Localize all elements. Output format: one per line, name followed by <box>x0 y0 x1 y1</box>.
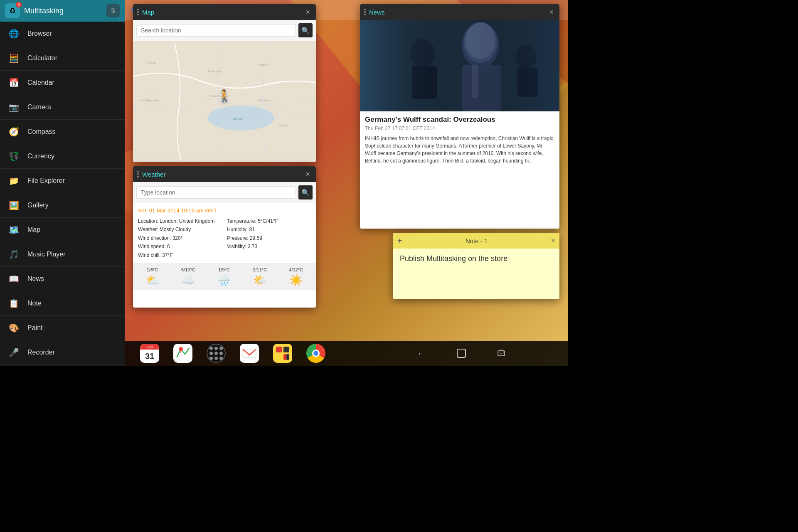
weather-body: Sat, 01 Mar 2014 10:19 am GMT Location: … <box>133 203 316 264</box>
calendar-label: Calendar <box>27 79 54 86</box>
map-window-header: Map × <box>133 4 316 20</box>
forecast-day-1: 5/10°C ☁️ <box>181 267 195 287</box>
calendar-dock-icon: SUN31 <box>140 344 159 363</box>
note-window: + Note - 1 × Publish Multitasking on the… <box>393 233 559 299</box>
sidebar-item-map[interactable]: 🗺️ Map <box>0 218 125 242</box>
weather-search-input[interactable] <box>136 186 296 199</box>
dock-app-all-apps[interactable] <box>200 342 233 365</box>
sidebar-item-paint[interactable]: 🎨 Paint <box>0 316 125 340</box>
forecast-day-4: 4/12°C ☀️ <box>289 267 303 287</box>
svg-text:Bourgogne: Bourgogne <box>208 70 222 73</box>
sidebar: ♻ 9 Multitasking $ 🌐 Browser 🧮 Calculato… <box>0 0 125 366</box>
weather-datetime: Sat, 01 Mar 2014 10:19 am GMT <box>138 207 311 214</box>
dock-app-chrome[interactable] <box>299 342 332 365</box>
news-image <box>360 20 559 111</box>
weather-visibility: Visibility: 3.73 <box>227 242 278 251</box>
svg-rect-35 <box>283 347 289 352</box>
paint-icon: 🎨 <box>7 321 21 335</box>
svg-rect-39 <box>457 349 466 357</box>
svg-text:Monaco: Monaco <box>233 118 243 121</box>
weather-drag-handle[interactable] <box>136 170 140 178</box>
nav-buttons: ← <box>355 346 568 361</box>
news-label: News <box>27 275 44 283</box>
dock-app-gmail[interactable] <box>233 342 266 365</box>
svg-text:Karlnten: Karlnten <box>258 64 268 66</box>
news-title: News <box>369 9 544 16</box>
note-add-button[interactable]: + <box>397 236 402 246</box>
sidebar-item-stopwatch[interactable]: ⏱️ Stopwatch <box>0 365 125 366</box>
sidebar-item-calculator[interactable]: 🧮 Calculator <box>0 46 125 71</box>
calculator-icon: 🧮 <box>7 51 21 65</box>
weather-title: Weather <box>142 171 300 178</box>
sidebar-item-browser[interactable]: 🌐 Browser <box>0 22 125 46</box>
recent-apps-button[interactable] <box>494 346 509 361</box>
sidebar-item-music-player[interactable]: 🎵 Music Player <box>0 242 125 267</box>
map-title: Map <box>142 9 300 16</box>
map-icon: 🗺️ <box>7 223 21 237</box>
weather-forecast: 1/8°C ⛅ 5/10°C ☁️ 1/9°C 🌧️ 2/11°C 🌤️ 4/1… <box>133 264 316 290</box>
note-content[interactable]: Publish Multitasking on the store <box>393 249 559 269</box>
news-drag-handle[interactable] <box>363 8 367 16</box>
calculator-label: Calculator <box>27 54 57 62</box>
map-view[interactable]: France Bourgogne Karlnten Mid-Pyrénées E… <box>133 41 316 162</box>
file-explorer-icon: 📁 <box>7 174 21 188</box>
forecast-icon-4: ☀️ <box>289 274 303 287</box>
music-player-icon: 🎵 <box>7 247 21 261</box>
weather-wind-chill: Wind chill: 37°F <box>138 251 214 259</box>
news-window-header: News × <box>360 4 559 20</box>
forecast-temp-2: 1/9°C <box>218 267 230 272</box>
home-button[interactable] <box>454 346 469 361</box>
sidebar-item-note[interactable]: 📋 Note <box>0 291 125 316</box>
multitasking-icon: ♻ 9 <box>5 3 20 18</box>
weather-search-bar: 🔍 <box>133 182 316 203</box>
sidebar-item-currency[interactable]: 💱 Currency <box>0 144 125 169</box>
recorder-icon: 🎤 <box>7 345 21 360</box>
compass-icon: 🧭 <box>7 125 21 139</box>
camera-label: Camera <box>27 103 51 111</box>
recorder-label: Recorder <box>27 349 55 356</box>
paint-label: Paint <box>27 324 42 332</box>
dock-app-maps[interactable] <box>166 342 200 365</box>
news-headline[interactable]: Germany's Wulff scandal: Overzealous <box>360 111 559 126</box>
currency-label: Currency <box>27 153 54 160</box>
sidebar-item-news[interactable]: 📖 News <box>0 267 125 291</box>
weather-condition: Weather: Mostly Cloudy <box>138 225 214 234</box>
sidebar-item-gallery[interactable]: 🖼️ Gallery <box>0 193 125 218</box>
sidebar-item-camera[interactable]: 📷 Camera <box>0 95 125 120</box>
dock-app-calendar[interactable]: SUN31 <box>133 342 166 365</box>
svg-rect-38 <box>286 354 289 360</box>
forecast-temp-0: 1/8°C <box>147 267 158 272</box>
weather-search-button[interactable]: 🔍 <box>298 185 313 200</box>
map-search-bar: 🔍 <box>133 20 316 41</box>
map-search-button[interactable]: 🔍 <box>298 23 313 37</box>
forecast-icon-2: 🌧️ <box>217 274 231 287</box>
sidebar-item-recorder[interactable]: 🎤 Recorder <box>0 340 125 365</box>
gmail-dock-icon <box>240 344 259 363</box>
weather-wind-dir: Wind direction: 320° <box>138 234 214 242</box>
note-title: Note - 1 <box>406 237 548 244</box>
svg-rect-41 <box>499 350 503 353</box>
note-close-button[interactable]: × <box>551 236 555 245</box>
weather-info: Location: London, United Kingdom Weather… <box>138 217 311 259</box>
file-explorer-label: File Explorer <box>27 177 65 185</box>
forecast-day-2: 1/9°C 🌧️ <box>217 267 231 287</box>
weather-close-button[interactable]: × <box>303 169 313 180</box>
sidebar-item-file-explorer[interactable]: 📁 File Explorer <box>0 169 125 193</box>
dock-app-puzzle[interactable] <box>266 342 299 365</box>
svg-rect-30 <box>175 345 191 362</box>
back-button[interactable]: ← <box>414 346 429 361</box>
note-label: Note <box>27 300 42 307</box>
puzzle-dock-icon <box>273 344 292 363</box>
sidebar-item-calendar[interactable]: 📅 Calendar <box>0 71 125 95</box>
svg-rect-36 <box>276 354 282 360</box>
compass-label: Compass <box>27 128 56 135</box>
sidebar-item-compass[interactable]: 🧭 Compass <box>0 120 125 144</box>
map-person-marker: 🚶 <box>217 89 232 102</box>
map-search-input[interactable] <box>136 24 296 37</box>
calendar-icon: 📅 <box>7 76 21 90</box>
drag-handle[interactable] <box>136 8 140 16</box>
gallery-icon: 🖼️ <box>7 198 21 212</box>
news-close-button[interactable]: × <box>547 7 556 17</box>
forecast-icon-3: 🌤️ <box>253 274 266 287</box>
map-close-button[interactable]: × <box>303 7 313 17</box>
